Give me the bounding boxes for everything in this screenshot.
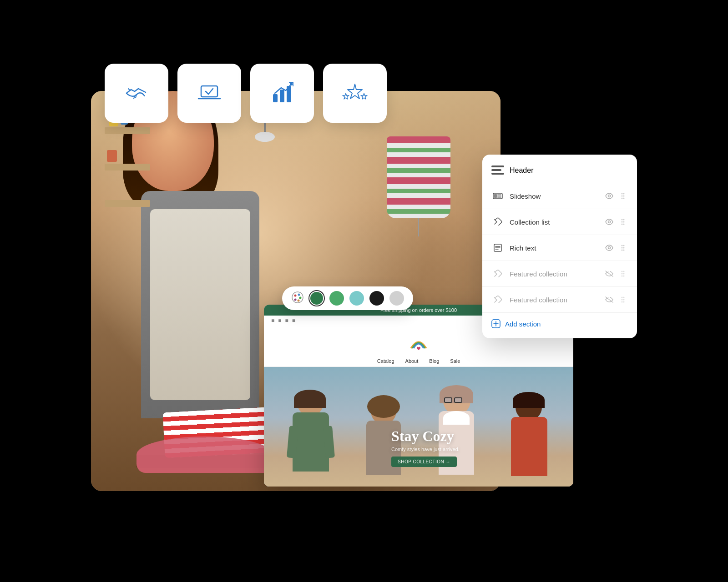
featured-collection-1-label: Featured collection <box>510 270 599 278</box>
svg-point-28 <box>608 247 611 249</box>
svg-point-33 <box>622 250 623 251</box>
svg-point-52 <box>298 294 300 296</box>
nav-item-catalog[interactable]: Catalog <box>377 358 394 364</box>
rich-text-actions <box>604 243 628 253</box>
svg-rect-0 <box>201 86 217 97</box>
add-section-label: Add section <box>505 320 541 328</box>
svg-point-43 <box>622 299 623 301</box>
slideshow-actions <box>604 191 628 201</box>
svg-point-42 <box>623 297 625 298</box>
panel-row-featured-collection-2[interactable]: Featured collection <box>482 287 637 313</box>
store-logo <box>407 331 430 354</box>
hanger-bar <box>418 218 419 236</box>
kid4-hair <box>513 392 545 408</box>
svg-point-18 <box>622 219 623 221</box>
collection-list-icon <box>491 216 504 228</box>
svg-point-31 <box>622 247 623 249</box>
header-section-icon <box>491 166 504 176</box>
svg-point-40 <box>623 276 625 277</box>
svg-rect-2 <box>273 94 278 102</box>
sections-panel: Header Slideshow <box>482 155 637 338</box>
slideshow-drag-icon[interactable] <box>618 191 628 201</box>
svg-point-35 <box>622 271 623 272</box>
color-swatch-gray[interactable] <box>389 291 404 306</box>
svg-point-23 <box>623 224 625 225</box>
shop-collection-button[interactable]: SHOP COLLECTION → <box>391 457 457 467</box>
panel-header-row[interactable]: Header <box>482 158 637 183</box>
svg-point-41 <box>622 297 623 298</box>
kid-4 <box>506 394 552 487</box>
panel-row-featured-collection-1[interactable]: Featured collection <box>482 261 637 287</box>
svg-point-29 <box>622 245 623 246</box>
handshake-icon <box>123 80 150 107</box>
svg-point-22 <box>622 224 623 225</box>
panel-row-rich-text[interactable]: Rich text <box>482 235 637 261</box>
hero-text-overlay: Stay Cozy Comfy styles have just arrived… <box>391 428 460 467</box>
color-swatch-black[interactable] <box>369 291 384 306</box>
rich-text-visibility-icon[interactable] <box>604 243 614 253</box>
svg-point-14 <box>623 196 625 197</box>
svg-rect-9 <box>497 196 501 198</box>
icon-card-handshake <box>105 64 168 123</box>
kid3-glasses-left <box>444 397 452 403</box>
kid1-body <box>293 412 329 472</box>
pink-fabric <box>136 436 273 473</box>
color-swatch-green-mid[interactable] <box>329 291 344 306</box>
add-section-plus-icon <box>491 319 500 328</box>
slideshow-icon <box>491 190 504 202</box>
icon-card-laptop <box>177 64 241 123</box>
svg-point-15 <box>622 198 623 199</box>
svg-point-34 <box>623 250 625 251</box>
panel-row-collection-list[interactable]: Collection list <box>482 209 637 235</box>
store-nav: Catalog About Blog Sale <box>264 356 573 367</box>
svg-point-44 <box>623 299 625 301</box>
svg-point-5 <box>290 83 293 85</box>
svg-point-32 <box>623 247 625 249</box>
nav-item-about[interactable]: About <box>405 358 419 364</box>
slideshow-label: Slideshow <box>510 192 599 200</box>
lamp-shade <box>255 132 275 142</box>
svg-point-55 <box>294 299 297 301</box>
icon-card-stars <box>323 64 387 123</box>
svg-point-19 <box>623 219 625 221</box>
store-hero: Stay Cozy Comfy styles have just arrived… <box>264 367 573 487</box>
shelf-2 <box>105 164 150 171</box>
collection-list-visibility-icon[interactable] <box>604 217 614 227</box>
shelf-1 <box>105 127 150 134</box>
kid4-body <box>511 417 547 476</box>
hero-subtitle: Comfy styles have just arrived. <box>391 447 460 452</box>
color-swatch-teal[interactable] <box>349 291 364 306</box>
nav-item-sale[interactable]: Sale <box>450 358 460 364</box>
featured-collection-1-drag-icon[interactable] <box>618 269 628 279</box>
add-section-row[interactable]: Add section <box>482 313 637 335</box>
rich-text-label: Rich text <box>510 244 599 252</box>
shelf-3 <box>105 200 150 207</box>
color-swatch-green-dark[interactable] <box>309 291 324 306</box>
twitter-icon: ■ <box>285 317 288 324</box>
featured-collection-1-actions <box>604 269 628 279</box>
svg-point-12 <box>623 193 625 195</box>
pinterest-icon: ■ <box>292 317 295 324</box>
panel-row-slideshow[interactable]: Slideshow <box>482 183 637 209</box>
svg-point-16 <box>623 198 625 199</box>
kid3-glasses-right <box>454 397 462 403</box>
svg-point-39 <box>622 276 623 277</box>
instagram-icon: ■ <box>271 317 274 324</box>
panel-header-label: Header <box>510 166 533 175</box>
collection-list-label: Collection list <box>510 218 599 226</box>
featured-collection-1-icon <box>491 267 504 280</box>
svg-point-13 <box>622 196 623 197</box>
nav-item-blog[interactable]: Blog <box>429 358 439 364</box>
slideshow-visibility-icon[interactable] <box>604 191 614 201</box>
featured-collection-2-drag-icon[interactable] <box>618 295 628 305</box>
featured-collection-1-hidden-icon[interactable] <box>604 269 614 279</box>
svg-point-36 <box>623 271 625 272</box>
icon-cards-row <box>105 64 387 123</box>
featured-collection-2-hidden-icon[interactable] <box>604 295 614 305</box>
hero-title: Stay Cozy <box>391 428 460 445</box>
svg-point-37 <box>622 273 623 275</box>
svg-point-53 <box>299 297 302 299</box>
rich-text-drag-icon[interactable] <box>618 243 628 253</box>
collection-list-drag-icon[interactable] <box>618 217 628 227</box>
svg-point-51 <box>294 295 297 297</box>
